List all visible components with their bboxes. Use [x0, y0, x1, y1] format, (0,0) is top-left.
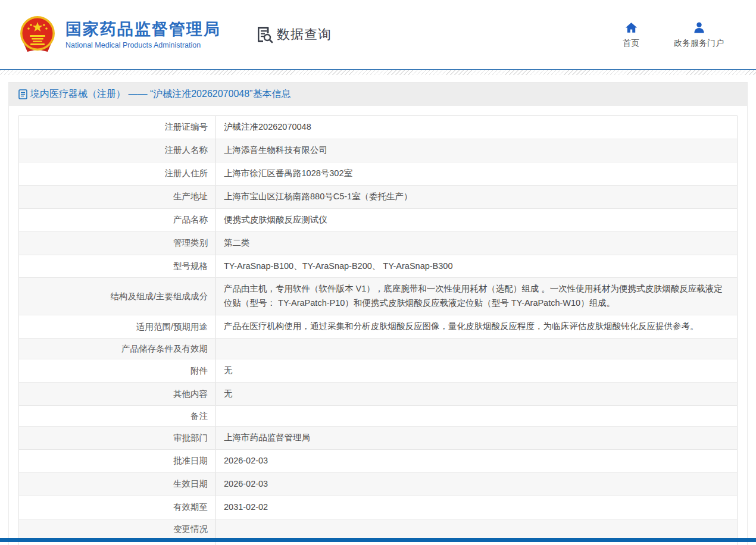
row-value [215, 344, 737, 353]
nmpa-logo[interactable]: 国家药品监督管理局 National Medical Products Admi… [18, 15, 221, 54]
row-value: 上海市徐汇区番禺路1028号302室 [215, 162, 737, 185]
row-label: 结构及组成/主要组成成分 [19, 278, 215, 315]
nav-home[interactable]: 首页 [623, 21, 639, 49]
row-label-text: 产品名称 [173, 214, 208, 225]
row-label: 注册证编号 [19, 116, 215, 139]
row-label: 有效期至 [19, 496, 215, 519]
row-value [215, 412, 737, 420]
row-label-text: 附件 [190, 365, 208, 377]
row-value: 2026-02-03 [215, 473, 737, 496]
table-row: 注册证编号沪械注准20262070048 [19, 116, 737, 139]
row-value: 便携式皮肤烟酸反应测试仪 [215, 209, 737, 231]
table-row: 批准日期2026-02-03 [19, 450, 737, 473]
org-name-en: National Medical Products Administration [65, 41, 221, 49]
row-label: 备注 [19, 406, 215, 426]
table-row: 附件无 [19, 359, 737, 383]
table-row: 结构及组成/主要组成成分产品由主机，专用软件（软件版本 V1），底座腕带和一次性… [19, 278, 737, 315]
row-value: 无 [215, 383, 737, 405]
row-value: 沪械注准20262070048 [215, 116, 737, 139]
document-search-icon [255, 26, 273, 43]
table-row: 产品储存条件及有效期 [19, 339, 737, 359]
row-value: 产品由主机，专用软件（软件版本 V1），底座腕带和一次性使用耗材（选配）组成 。… [215, 278, 737, 315]
data-query-section[interactable]: 数据查询 [255, 26, 332, 43]
row-label-text: 生效日期 [173, 478, 208, 490]
table-row: 生产地址上海市宝山区江杨南路880号C5-1室（委托生产） [19, 186, 737, 209]
row-value: 上海市宝山区江杨南路880号C5-1室（委托生产） [215, 186, 737, 208]
row-label: 产品储存条件及有效期 [19, 339, 215, 359]
row-label: 其他内容 [19, 383, 215, 405]
row-label-text: 注册人住所 [165, 168, 208, 179]
row-label-text: 注册人名称 [165, 145, 208, 156]
table-row: 变更情况 [19, 519, 737, 540]
panel-title-bar: 境内医疗器械（注册） —— “沪械注准20262070048”基本信息 [9, 83, 747, 106]
row-value: 2031-02-02 [215, 496, 737, 519]
table-row: 注册人名称上海添音生物科技有限公司 [19, 139, 737, 162]
row-label: 产品名称 [19, 209, 215, 231]
table-row: 注册人住所上海市徐汇区番禺路1028号302室 [19, 162, 737, 186]
table-row: 有效期至2031-02-02 [19, 496, 737, 519]
row-label-text: 批准日期 [173, 455, 208, 466]
row-label: 注册人住所 [19, 162, 215, 185]
table-row: 产品名称便携式皮肤烟酸反应测试仪 [19, 209, 737, 232]
row-label: 附件 [19, 359, 215, 382]
row-label-text: 结构及组成/主要组成成分 [110, 291, 208, 302]
row-label: 变更情况 [19, 519, 215, 540]
row-label: 注册人名称 [19, 139, 215, 162]
row-label-text: 型号规格 [173, 261, 208, 272]
table-row: 适用范围/预期用途产品在医疗机构使用，通过采集和分析皮肤烟酸反应图像，量化皮肤烟… [19, 315, 737, 339]
row-label-text: 有效期至 [173, 502, 208, 513]
row-label: 生产地址 [19, 186, 215, 208]
table-row: 备注 [19, 406, 737, 427]
org-name-zh: 国家药品监督管理局 [65, 20, 221, 39]
row-label-text: 生产地址 [173, 191, 208, 202]
row-label-text: 审批部门 [173, 433, 208, 444]
row-value: 第二类 [215, 232, 737, 255]
row-label: 批准日期 [19, 450, 215, 472]
page-title: 境内医疗器械（注册） —— “沪械注准20262070048”基本信息 [30, 88, 290, 101]
home-icon [624, 21, 638, 35]
footer-accent-bar [0, 538, 756, 542]
row-label-text: 变更情况 [173, 524, 208, 535]
top-nav: 首页 政务服务门户 [623, 21, 738, 49]
hatched-divider [0, 70, 756, 75]
nav-gov-portal-label: 政务服务门户 [674, 38, 724, 49]
row-value: 上海添音生物科技有限公司 [215, 139, 737, 162]
table-row: 管理类别第二类 [19, 232, 737, 255]
row-label-text: 产品储存条件及有效期 [121, 343, 208, 355]
site-header: 国家药品监督管理局 National Medical Products Admi… [0, 0, 756, 70]
table-row: 审批部门上海市药品监督管理局 [19, 427, 737, 450]
national-emblem-icon [18, 15, 57, 54]
row-label: 管理类别 [19, 232, 215, 255]
table-row: 其他内容无 [19, 383, 737, 406]
row-label: 审批部门 [19, 427, 215, 449]
row-label-text: 适用范围/预期用途 [136, 321, 208, 333]
row-value: 产品在医疗机构使用，通过采集和分析皮肤烟酸反应图像，量化皮肤烟酸反应程度，为临床… [215, 315, 737, 338]
data-query-label: 数据查询 [277, 26, 332, 43]
row-label-text: 注册证编号 [165, 121, 208, 133]
nav-home-label: 首页 [623, 38, 639, 49]
info-table: 注册证编号沪械注准20262070048注册人名称上海添音生物科技有限公司注册人… [18, 115, 738, 545]
row-value: 上海市药品监督管理局 [215, 427, 737, 449]
document-icon [18, 89, 27, 99]
detail-panel: 境内医疗器械（注册） —— “沪械注准20262070048”基本信息 注册证编… [8, 82, 748, 545]
row-label: 型号规格 [19, 255, 215, 278]
table-row: 型号规格TY-AraSnap-B100、TY-AraSnap-B200、 TY-… [19, 255, 737, 278]
row-label: 生效日期 [19, 473, 215, 496]
row-value: TY-AraSnap-B100、TY-AraSnap-B200、 TY-AraS… [215, 255, 737, 278]
table-row: 生效日期2026-02-03 [19, 473, 737, 496]
nav-gov-portal[interactable]: 政务服务门户 [674, 21, 724, 49]
row-label-text: 其他内容 [173, 389, 208, 400]
row-label: 适用范围/预期用途 [19, 315, 215, 338]
row-value: 2026-02-03 [215, 450, 737, 472]
row-value: 无 [215, 359, 737, 382]
row-label-text: 管理类别 [173, 237, 208, 249]
row-label-text: 备注 [190, 411, 208, 422]
user-icon [692, 21, 706, 35]
row-value [215, 525, 737, 534]
